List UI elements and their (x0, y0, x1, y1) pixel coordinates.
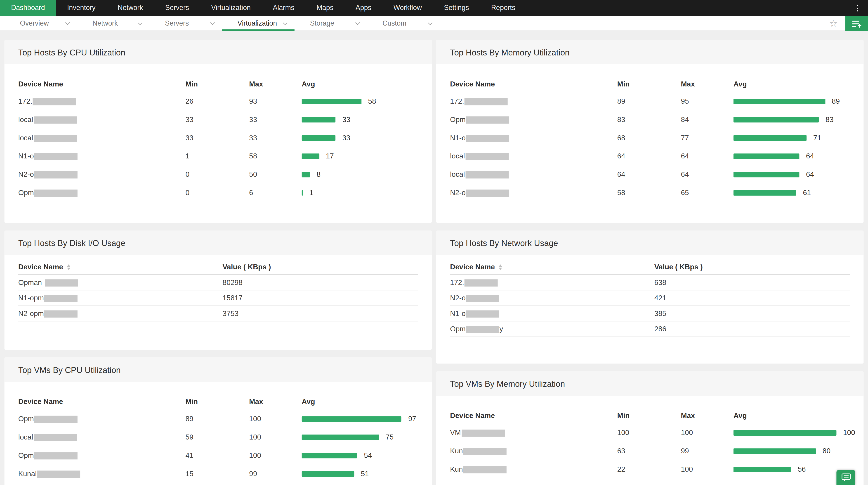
device-name-prefix: Kunal (18, 469, 37, 478)
widget-top-hosts-by-cpu-utilization: Top Hosts By CPU Utilization Device Name… (4, 40, 432, 223)
device-name-prefix: local (18, 134, 33, 142)
redacted-device-name (34, 116, 77, 123)
max-value: 65 (681, 189, 734, 197)
device-name[interactable]: local (18, 433, 186, 441)
device-name[interactable]: Opman- (18, 278, 223, 287)
widget-title: Top Hosts By CPU Utilization (18, 47, 125, 57)
device-name[interactable]: local (450, 170, 617, 178)
max-value: 100 (249, 415, 302, 423)
subnav-item-overview[interactable]: Overview (4, 16, 77, 31)
topnav-item-alarms[interactable]: Alarms (262, 0, 305, 16)
chevron-down-icon (283, 20, 287, 25)
redacted-device-name (463, 448, 506, 455)
device-name[interactable]: Opm (18, 189, 186, 197)
avg-value: 1 (309, 189, 313, 197)
favorite-star-icon[interactable]: ☆ (829, 16, 837, 31)
value-table: Device Name Value ( KBps ) 172.638N2-o42… (436, 255, 864, 337)
avg-bar (302, 190, 303, 195)
device-name[interactable]: N1-o (450, 309, 654, 317)
device-name-prefix: N1-o (450, 134, 466, 142)
topnav-item-reports[interactable]: Reports (480, 0, 526, 16)
device-name[interactable]: Opmy (450, 325, 654, 333)
bar-table: Device Name Min Max Avg 172.899589Opm838… (436, 64, 864, 202)
redacted-device-name (466, 190, 509, 197)
topnav-item-settings[interactable]: Settings (433, 0, 480, 16)
device-name[interactable]: local (18, 134, 186, 142)
device-name[interactable]: VM (450, 428, 617, 437)
avg-cell: 61 (734, 189, 850, 197)
topnav-item-network[interactable]: Network (107, 0, 154, 16)
avg-bar (302, 434, 379, 440)
column-header-max: Max (249, 80, 302, 88)
kebab-menu-icon[interactable]: ⋮ (850, 0, 865, 16)
device-name[interactable]: N2-o (18, 170, 186, 178)
grid-column-left: Top Hosts By CPU Utilization Device Name… (4, 40, 432, 485)
device-name[interactable]: local (18, 115, 186, 123)
topnav-item-virtualization[interactable]: Virtualization (200, 0, 262, 16)
device-name[interactable]: Opm (450, 115, 617, 123)
device-name[interactable]: N2-o (450, 189, 617, 197)
redacted-device-name (34, 135, 77, 142)
device-name[interactable]: N2-o (450, 294, 654, 302)
avg-bar (734, 117, 819, 122)
device-name[interactable]: Kunal (18, 469, 186, 478)
table-body: 172.638N2-o421N1-o385Opmy286 (436, 275, 864, 337)
max-value: 33 (249, 134, 302, 142)
redacted-device-name (34, 452, 78, 459)
subnav-item-label: Overview (20, 20, 49, 27)
subnav-item-storage[interactable]: Storage (294, 16, 367, 31)
column-header-device-name[interactable]: Device Name (18, 263, 223, 271)
widget-header: Top Hosts By CPU Utilization (4, 40, 432, 64)
topnav-item-servers[interactable]: Servers (154, 0, 200, 16)
device-name-prefix: Opm (450, 115, 466, 123)
topnav-item-apps[interactable]: Apps (344, 0, 382, 16)
min-value: 63 (617, 447, 681, 455)
device-name[interactable]: N1-o (450, 134, 617, 142)
device-name[interactable]: N1-opm (18, 294, 223, 302)
subnav-item-virtualization[interactable]: Virtualization (222, 16, 294, 31)
avg-cell: 1 (302, 189, 418, 197)
feedback-chat-button[interactable] (836, 470, 855, 485)
table-header-row: Device Name Min Max Avg (18, 75, 418, 92)
avg-bar (734, 153, 800, 159)
topnav-item-maps[interactable]: Maps (305, 0, 344, 16)
add-widget-button[interactable] (845, 16, 868, 31)
max-value: 100 (249, 451, 302, 459)
device-name[interactable]: Kun (450, 447, 617, 455)
table-row: N1-o687771 (450, 129, 850, 147)
table-row: local333333 (18, 129, 418, 147)
device-name[interactable]: N1-o (18, 152, 186, 160)
device-name-prefix: local (450, 170, 465, 178)
avg-cell: 56 (734, 465, 850, 474)
min-value: 100 (617, 428, 681, 437)
device-name[interactable]: Opm (18, 415, 186, 423)
subnav-item-custom[interactable]: Custom (367, 16, 440, 31)
subnav-item-servers[interactable]: Servers (149, 16, 222, 31)
device-name[interactable]: Kun (450, 465, 617, 474)
device-name[interactable]: 172. (18, 97, 186, 105)
device-name[interactable]: local (450, 152, 617, 160)
device-name[interactable]: N2-opm (18, 309, 223, 317)
min-value: 64 (617, 170, 681, 178)
avg-cell: 33 (302, 115, 418, 123)
column-header-value[interactable]: Value ( KBps ) (654, 263, 850, 271)
device-name[interactable]: Opm (18, 451, 186, 459)
topnav-item-workflow[interactable]: Workflow (382, 0, 433, 16)
table-body: Opman-80298N1-opm15817N2-opm3753 (4, 275, 432, 322)
device-name[interactable]: 172. (450, 278, 654, 287)
redacted-device-name (45, 279, 78, 287)
topnav-item-inventory[interactable]: Inventory (56, 0, 107, 16)
device-name[interactable]: 172. (450, 97, 617, 105)
device-name-prefix: N1-opm (18, 294, 44, 302)
column-header-value[interactable]: Value ( KBps ) (222, 263, 418, 271)
subnav-item-label: Network (92, 20, 118, 27)
bar-table: Device Name Min Max Avg 172.269358local3… (4, 64, 432, 202)
subnav-item-network[interactable]: Network (77, 16, 149, 31)
device-name-prefix: Opm (450, 325, 466, 333)
value-table: Device Name Value ( KBps ) Opman-80298N1… (4, 255, 432, 322)
column-header-device-name[interactable]: Device Name (450, 263, 654, 271)
max-value: 93 (249, 97, 302, 106)
table-row: 172.638 (450, 275, 850, 291)
topnav-item-dashboard[interactable]: Dashboard (0, 0, 56, 16)
max-value: 64 (681, 152, 734, 160)
